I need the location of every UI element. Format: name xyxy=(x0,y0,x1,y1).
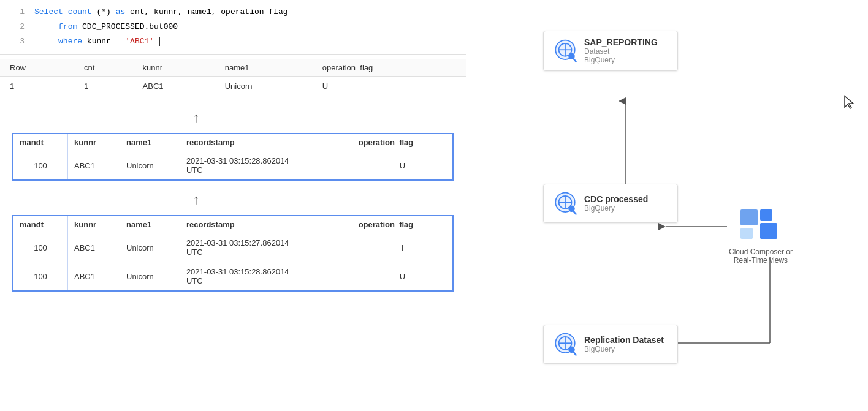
cdc-cell-recordstamp: 2021-03-31 03:15:28.862014UTC xyxy=(180,151,352,180)
cdc-cell-mandt: 100 xyxy=(13,151,68,180)
rep-cell-mandt-1: 100 xyxy=(13,233,68,262)
sql-indent xyxy=(34,37,53,46)
cloud-composer-box: Cloud Composer orReal-Time views xyxy=(721,208,801,265)
replication-text: Replication Dataset BigQuery xyxy=(584,335,664,353)
table-row: 100 ABC1 Unicorn 2021-03-31 03:15:28.862… xyxy=(13,151,452,180)
sql-text: CDC_PROCESSED.but000 xyxy=(82,22,178,31)
sql-text: cnt, kunnr, name1, operation_flag xyxy=(130,7,287,17)
cell-row-1: 1 xyxy=(0,77,77,96)
line-number-2: 2 xyxy=(5,20,25,34)
left-panel: 1 Select count (*) as cnt, kunnr, name1,… xyxy=(0,0,466,411)
sql-text: (*) xyxy=(96,7,115,17)
sql-code-3: where kunnr = 'ABC1' xyxy=(34,34,160,49)
replication-section: mandt kunnr name1 recordstamp operation_… xyxy=(6,215,460,292)
rep-col-kunnr: kunnr xyxy=(68,216,120,233)
sql-indent xyxy=(34,22,53,31)
arrow-up-2: ↑ xyxy=(0,187,466,213)
rep-cell-recordstamp-2: 2021-03-31 03:15:28.862014UTC xyxy=(180,262,352,291)
col-header-name1: name1 xyxy=(218,59,315,77)
cdc-processed-subtitle: BigQuery xyxy=(584,204,648,213)
cdc-processed-title: CDC processed xyxy=(584,194,648,204)
cell-kunnr-1: ABC1 xyxy=(135,77,218,96)
svg-rect-31 xyxy=(760,223,777,239)
right-panel: SAP_REPORTING DatasetBigQuery CDC proces… xyxy=(463,0,868,411)
result-table: Row cnt kunnr name1 operation_flag 1 1 A… xyxy=(0,59,466,96)
rep-col-mandt: mandt xyxy=(13,216,68,233)
cdc-processed-table: mandt kunnr name1 recordstamp operation_… xyxy=(13,134,452,179)
kw-as: as xyxy=(116,7,126,17)
col-header-cnt: cnt xyxy=(77,59,135,77)
cdc-processed-text: CDC processed BigQuery xyxy=(584,194,648,213)
replication-subtitle: BigQuery xyxy=(584,345,664,353)
svg-line-13 xyxy=(573,58,576,61)
mouse-cursor xyxy=(843,95,856,113)
cdc-col-kunnr: kunnr xyxy=(68,134,120,151)
kw-select: Select xyxy=(34,7,63,17)
table-row: 100 ABC1 Unicorn 2021-03-31 03:15:28.862… xyxy=(13,262,452,291)
rep-col-operation-flag: operation_flag xyxy=(352,216,452,233)
query-result-table: Row cnt kunnr name1 operation_flag 1 1 A… xyxy=(0,59,466,96)
sql-string-abc1: 'ABC1' xyxy=(125,37,154,46)
cdc-processed-node: CDC processed BigQuery xyxy=(543,184,678,223)
rep-col-name1: name1 xyxy=(120,216,180,233)
arrow-up-1: ↑ xyxy=(0,105,466,130)
cdc-col-mandt: mandt xyxy=(13,134,68,151)
sql-line-1: 1 Select count (*) as cnt, kunnr, name1,… xyxy=(0,5,466,20)
table-row: 100 ABC1 Unicorn 2021-03-31 03:15:27.862… xyxy=(13,233,452,262)
svg-line-20 xyxy=(573,211,576,214)
svg-marker-32 xyxy=(845,96,853,108)
line-number-3: 3 xyxy=(5,34,25,49)
kw-from: from xyxy=(58,22,77,31)
cdc-cell-name1: Unicorn xyxy=(120,151,180,180)
sap-reporting-subtitle: DatasetBigQuery xyxy=(584,47,658,64)
text-cursor xyxy=(159,37,160,46)
rep-cell-name1-1: Unicorn xyxy=(120,233,180,262)
sql-editor[interactable]: 1 Select count (*) as cnt, kunnr, name1,… xyxy=(0,0,466,55)
line-number-1: 1 xyxy=(5,5,25,20)
svg-line-27 xyxy=(573,352,576,355)
bigquery-icon-sap xyxy=(552,38,578,64)
sap-reporting-node: SAP_REPORTING DatasetBigQuery xyxy=(543,31,678,71)
rep-cell-op-flag-2: U xyxy=(352,262,452,291)
sql-text: kunnr = xyxy=(87,37,125,46)
rep-col-recordstamp: recordstamp xyxy=(180,216,352,233)
rep-cell-kunnr-2: ABC1 xyxy=(68,262,120,291)
rep-cell-name1-2: Unicorn xyxy=(120,262,180,291)
svg-rect-28 xyxy=(740,209,758,225)
fn-count: count xyxy=(68,7,92,17)
cdc-col-recordstamp: recordstamp xyxy=(180,134,352,151)
cdc-col-operation-flag: operation_flag xyxy=(352,134,452,151)
cell-op-flag-1: U xyxy=(315,77,466,96)
cdc-processed-table-wrapper: mandt kunnr name1 recordstamp operation_… xyxy=(12,133,454,181)
sql-line-2: 2 from CDC_PROCESSED.but000 xyxy=(0,20,466,34)
col-header-row: Row xyxy=(0,59,77,77)
cdc-cell-op-flag: U xyxy=(352,151,452,180)
kw-where: where xyxy=(58,37,82,46)
cdc-processed-section: mandt kunnr name1 recordstamp operation_… xyxy=(6,133,460,181)
col-header-kunnr: kunnr xyxy=(135,59,218,77)
bigquery-icon-cdc xyxy=(552,190,578,216)
cell-name1-1: Unicorn xyxy=(218,77,315,96)
table-row: 1 1 ABC1 Unicorn U xyxy=(0,77,466,96)
cdc-col-name1: name1 xyxy=(120,134,180,151)
sap-reporting-title: SAP_REPORTING xyxy=(584,37,658,47)
sql-line-3: 3 where kunnr = 'ABC1' xyxy=(0,34,466,49)
rep-cell-mandt-2: 100 xyxy=(13,262,68,291)
rep-cell-op-flag-1: I xyxy=(352,233,452,262)
rep-cell-kunnr-1: ABC1 xyxy=(68,233,120,262)
bigquery-icon-replication xyxy=(552,331,578,357)
sql-code-1: Select count (*) as cnt, kunnr, name1, o… xyxy=(34,5,288,20)
composer-label: Cloud Composer orReal-Time views xyxy=(729,247,793,265)
sap-reporting-text: SAP_REPORTING DatasetBigQuery xyxy=(584,37,658,64)
replication-table: mandt kunnr name1 recordstamp operation_… xyxy=(13,216,452,290)
col-header-operation-flag: operation_flag xyxy=(315,59,466,77)
cell-cnt-1: 1 xyxy=(77,77,135,96)
replication-table-wrapper: mandt kunnr name1 recordstamp operation_… xyxy=(12,215,454,292)
rep-cell-recordstamp-1: 2021-03-31 03:15:27.862014UTC xyxy=(180,233,352,262)
sql-code-2: from CDC_PROCESSED.but000 xyxy=(34,20,178,34)
replication-dataset-node: Replication Dataset BigQuery xyxy=(543,325,678,364)
cloud-composer-icon xyxy=(739,208,782,245)
replication-title: Replication Dataset xyxy=(584,335,664,345)
svg-rect-29 xyxy=(760,209,772,221)
cdc-cell-kunnr: ABC1 xyxy=(68,151,120,180)
